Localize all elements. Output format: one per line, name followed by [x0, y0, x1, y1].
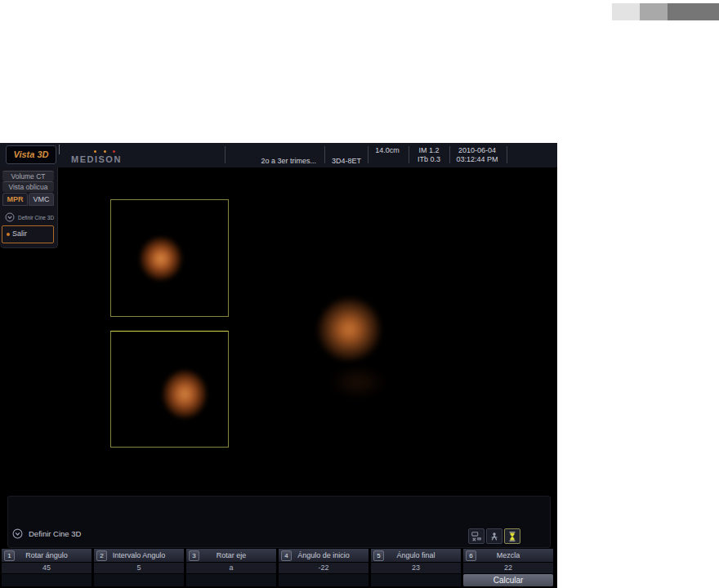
divider [507, 146, 507, 163]
control-label-text: Rotar ángulo [25, 551, 68, 559]
application-preset: 2o a 3er trimes... [249, 157, 316, 165]
calculate-button[interactable]: Calcular [463, 574, 553, 586]
control-label[interactable]: 2 Intervalo Angulo [94, 549, 184, 562]
control-label-text: Ángulo final [396, 551, 435, 559]
transducer-label: 3D4-8ET [327, 157, 366, 165]
ti-value: ITb 0.3 [418, 155, 440, 163]
tab-mpr[interactable]: MPR [2, 193, 28, 206]
strip-dark-segment [668, 3, 719, 20]
ultrasound-app-window: Vista 3D MEDISON 2o a 3er trimes... 3D4-… [0, 143, 557, 588]
control-value[interactable]: a [186, 563, 276, 573]
control-label[interactable]: 5 Ángulo final [371, 549, 461, 562]
cine-section-header[interactable]: Definir Cine 3D [12, 528, 81, 539]
exit-button[interactable]: Salir [2, 225, 54, 243]
date-value: 2010-06-04 [458, 146, 496, 154]
cine-definition-panel: Definir Cine 3D [7, 496, 551, 548]
control-value[interactable]: 45 [2, 563, 92, 573]
strip-light-segment [612, 3, 640, 20]
control-rotar-eje: 3 Rotar eje a [186, 549, 276, 586]
softkey-number-badge: 4 [281, 550, 292, 561]
logo-dot-icon [113, 150, 115, 153]
sidebar-item-definir-cine-3d[interactable]: Definir Cine 3D [5, 212, 54, 222]
control-label-text: Intervalo Angulo [113, 551, 166, 559]
control-label-text: Rotar eje [217, 551, 247, 559]
mode-button[interactable]: Vista 3D [6, 145, 56, 164]
mpr-view-b[interactable] [110, 331, 229, 448]
control-value[interactable]: 23 [371, 563, 461, 573]
strip-mid-segment [640, 3, 668, 20]
hide-text-icon[interactable] [468, 528, 485, 544]
fetal-volume-thumbnail [138, 235, 185, 287]
divider [449, 146, 450, 163]
control-action-slot [371, 574, 461, 586]
volume-shadow [328, 365, 387, 399]
mpr-view-a[interactable] [110, 199, 229, 317]
control-rotar-angulo: 1 Rotar ángulo 45 [2, 549, 92, 586]
control-action-slot [94, 574, 184, 586]
control-action-slot [279, 574, 368, 586]
control-label[interactable]: 6 Mezcla [463, 549, 553, 562]
sidebar-menu: Volume CT Vista oblicua MPR VMC Definir … [0, 167, 58, 248]
cine-section-label: Definir Cine 3D [29, 529, 81, 538]
time-value: 03:12:44 PM [456, 155, 498, 163]
bullet-icon [7, 233, 10, 236]
tab-vmc[interactable]: VMC [29, 193, 54, 206]
header-bar: Vista 3D MEDISON 2o a 3er trimes... 3D4-… [0, 143, 557, 167]
softkey-number-badge: 2 [96, 550, 107, 561]
depth-value: 14.0cm [369, 146, 405, 154]
control-value[interactable]: -22 [279, 563, 368, 573]
softkey-number-badge: 3 [189, 550, 199, 561]
control-action-slot [186, 574, 276, 586]
logo-dot-icon [104, 150, 106, 153]
mi-value: IM 1.2 [418, 146, 439, 154]
control-mezcla: 6 Mezcla 22 Calcular [463, 549, 553, 586]
control-label[interactable]: 3 Rotar eje [186, 549, 276, 562]
chevron-down-circle-icon [5, 212, 15, 222]
control-label-text: Ángulo de inicio [297, 551, 350, 559]
hourglass-icon[interactable] [504, 528, 520, 544]
softkey-control-grid: 1 Rotar ángulo 45 2 Intervalo Angulo 5 3… [2, 549, 554, 586]
divider [368, 146, 368, 163]
softkey-number-badge: 6 [466, 550, 476, 561]
control-value[interactable]: 5 [94, 563, 184, 573]
logo-dot-icon [94, 150, 96, 153]
sidebar-item-volume-ct[interactable]: Volume CT [2, 171, 54, 181]
fetal-volume-thumbnail [161, 368, 208, 422]
panel-icon-toolbar [468, 528, 520, 544]
screen: Vista 3D MEDISON 2o a 3er trimes... 3D4-… [0, 0, 719, 588]
control-angulo-final: 5 Ángulo final 23 [371, 549, 461, 586]
window-control-strip [612, 3, 719, 20]
brand-logo: MEDISON [71, 154, 122, 164]
divider [225, 146, 226, 163]
divider [409, 146, 409, 163]
control-angulo-inicio: 4 Ángulo de inicio -22 [279, 549, 368, 586]
control-label-text: Mezcla [497, 551, 520, 559]
chevron-down-circle-icon [12, 528, 23, 539]
control-label[interactable]: 4 Ángulo de inicio [279, 549, 368, 562]
control-action-slot: Calcular [463, 574, 553, 586]
pointer-select-icon[interactable] [486, 528, 502, 544]
control-action-slot [2, 574, 92, 586]
acoustic-indices: IM 1.2 ITb 0.3 [411, 146, 447, 164]
softkey-number-badge: 5 [373, 550, 384, 561]
divider [324, 146, 325, 163]
exit-label: Salir [12, 229, 27, 238]
control-label[interactable]: 1 Rotar ángulo [2, 549, 92, 562]
sidebar-cine-label: Definir Cine 3D [18, 215, 54, 220]
datetime: 2010-06-04 03:12:44 PM [451, 146, 503, 164]
divider [59, 145, 60, 154]
sidebar-item-vista-oblicua[interactable]: Vista oblicua [2, 181, 54, 192]
control-value[interactable]: 22 [463, 563, 553, 573]
control-intervalo-angulo: 2 Intervalo Angulo 5 [94, 549, 184, 586]
softkey-number-badge: 1 [4, 550, 15, 561]
